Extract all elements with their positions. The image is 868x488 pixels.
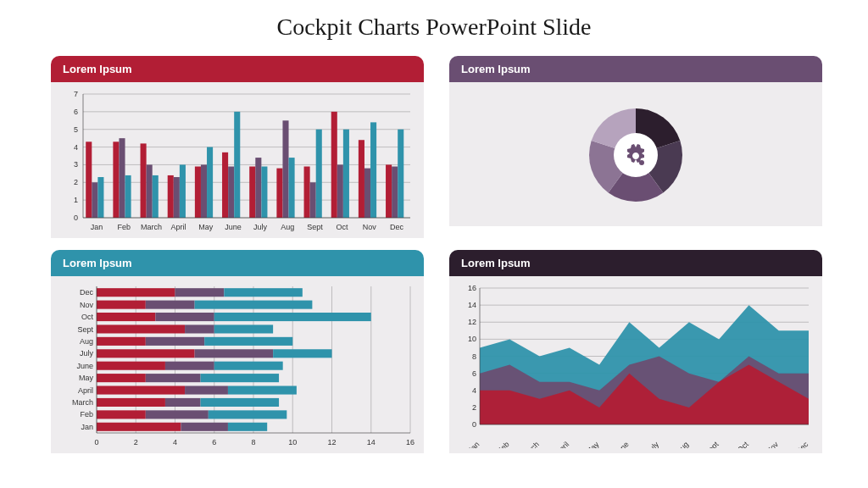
svg-rect-119 (185, 385, 228, 394)
svg-rect-62 (398, 130, 403, 218)
svg-rect-21 (119, 138, 125, 218)
svg-rect-99 (185, 324, 214, 333)
svg-rect-36 (222, 152, 228, 218)
svg-rect-114 (97, 374, 146, 382)
svg-rect-107 (195, 349, 274, 358)
svg-text:Jan: Jan (91, 223, 103, 231)
svg-text:Sept: Sept (307, 223, 323, 231)
svg-rect-124 (201, 398, 280, 407)
svg-rect-120 (228, 385, 297, 394)
svg-rect-131 (181, 423, 228, 431)
svg-rect-90 (97, 301, 146, 309)
svg-point-66 (614, 133, 658, 177)
svg-text:March: March (520, 440, 541, 448)
svg-rect-61 (392, 167, 398, 218)
svg-rect-37 (228, 167, 234, 218)
svg-text:Feb: Feb (80, 410, 93, 419)
svg-text:Nov: Nov (765, 440, 781, 448)
svg-rect-98 (97, 324, 185, 333)
svg-text:July: July (80, 349, 94, 358)
svg-text:12: 12 (468, 318, 476, 326)
svg-text:May: May (79, 374, 94, 382)
svg-rect-128 (209, 410, 287, 419)
panel-header: Lorem Ipsum (449, 250, 822, 276)
svg-rect-95 (155, 313, 214, 321)
svg-text:10: 10 (288, 438, 297, 446)
svg-rect-41 (255, 158, 261, 218)
svg-rect-26 (153, 175, 159, 218)
svg-text:May: May (584, 440, 600, 448)
svg-rect-45 (282, 120, 288, 218)
svg-rect-52 (331, 112, 337, 218)
svg-text:3: 3 (74, 160, 78, 169)
svg-rect-38 (234, 112, 240, 218)
panel-header: Lorem Ipsum (51, 250, 424, 276)
svg-rect-110 (97, 362, 165, 370)
panel-header: Lorem Ipsum (51, 56, 424, 82)
svg-text:April: April (554, 440, 570, 448)
svg-text:Sept: Sept (703, 440, 721, 448)
grouped-bar-chart: 01234567JanFebMarchAprilMayJuneJulyAugSe… (59, 89, 415, 233)
svg-rect-106 (97, 349, 195, 358)
svg-text:Aug: Aug (675, 440, 690, 448)
svg-rect-44 (276, 169, 282, 218)
svg-rect-92 (195, 301, 313, 309)
svg-rect-49 (310, 182, 316, 218)
svg-rect-17 (92, 182, 97, 218)
svg-rect-28 (168, 175, 174, 218)
svg-text:June: June (76, 362, 93, 370)
svg-text:7: 7 (74, 90, 78, 98)
svg-rect-20 (113, 141, 119, 218)
svg-rect-53 (337, 164, 343, 218)
svg-rect-60 (386, 164, 392, 218)
donut-chart (572, 92, 699, 219)
svg-text:March: March (141, 223, 162, 231)
svg-rect-32 (195, 167, 201, 218)
svg-point-67 (639, 160, 644, 165)
svg-text:Oct: Oct (337, 223, 349, 231)
svg-text:Jan: Jan (81, 423, 93, 431)
svg-rect-48 (304, 167, 310, 218)
svg-text:4: 4 (173, 438, 177, 446)
svg-rect-16 (86, 141, 92, 218)
svg-text:June: June (613, 440, 631, 448)
svg-text:10: 10 (468, 335, 476, 343)
panel-bottom-right: Lorem Ipsum 0246810121416JanFebMarchApri… (449, 250, 822, 453)
svg-rect-24 (141, 143, 147, 218)
svg-text:March: March (72, 398, 93, 407)
stacked-hbar-chart: 0246810121416DecNovOctSeptAugJulyJuneMay… (59, 283, 415, 448)
svg-text:12: 12 (327, 438, 336, 446)
svg-rect-91 (146, 301, 195, 309)
svg-rect-33 (201, 164, 207, 218)
panel-body: 0246810121416JanFebMarchAprilMayJuneJuly… (449, 276, 822, 453)
svg-rect-126 (97, 410, 146, 419)
svg-text:Feb: Feb (117, 223, 131, 231)
svg-text:April: April (171, 223, 186, 231)
svg-rect-56 (359, 140, 364, 218)
svg-text:14: 14 (468, 301, 476, 309)
svg-rect-104 (204, 337, 292, 346)
svg-rect-123 (165, 398, 201, 407)
svg-rect-22 (125, 175, 131, 218)
svg-rect-100 (214, 324, 273, 333)
svg-rect-132 (228, 423, 267, 431)
svg-text:4: 4 (472, 386, 476, 395)
panel-body: 0246810121416DecNovOctSeptAugJulyJuneMay… (51, 276, 424, 453)
svg-rect-50 (316, 130, 322, 218)
svg-text:2: 2 (134, 438, 138, 446)
svg-rect-102 (97, 337, 146, 346)
panel-body: 01234567JanFebMarchAprilMayJuneJulyAugSe… (51, 82, 424, 238)
svg-rect-112 (214, 362, 283, 370)
panel-header: Lorem Ipsum (449, 56, 822, 82)
svg-rect-30 (180, 164, 186, 218)
svg-text:0: 0 (472, 420, 476, 429)
svg-text:Feb: Feb (496, 440, 511, 448)
chart-grid: Lorem Ipsum 01234567JanFebMarchAprilMayJ… (51, 56, 817, 453)
svg-text:16: 16 (406, 438, 415, 446)
svg-rect-25 (147, 164, 153, 218)
svg-rect-87 (175, 288, 225, 297)
panel-body (449, 82, 822, 226)
svg-text:Sept: Sept (77, 325, 93, 334)
svg-text:5: 5 (74, 125, 78, 134)
svg-rect-42 (261, 167, 267, 218)
